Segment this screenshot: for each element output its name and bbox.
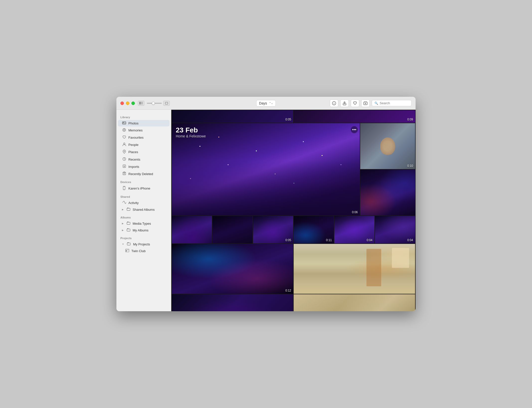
lights-overlay — [360, 170, 415, 215]
duration-badge: 0:09 — [407, 118, 413, 121]
minimize-button[interactable] — [126, 102, 129, 105]
svg-point-12 — [124, 151, 125, 152]
photo-cell-s4[interactable]: 0:11 — [294, 216, 334, 243]
photo-cell-bs1[interactable] — [172, 294, 293, 311]
svg-point-11 — [123, 143, 125, 144]
svg-text:i: i — [334, 102, 335, 105]
svg-rect-0 — [139, 102, 141, 104]
sidebar-item-my-albums[interactable]: ▶ My Albums — [118, 227, 170, 233]
sidebar-item-photos[interactable]: Photos — [118, 120, 170, 126]
sidebar-item-recently-deleted[interactable]: Recently Deleted — [118, 170, 170, 177]
library-section-label: Library — [116, 113, 171, 120]
main-photo[interactable]: 23 Feb Home & Felixstowe ••• 0:06 — [172, 123, 360, 215]
sidebar-item-imports[interactable]: Imports — [118, 163, 170, 170]
photo-cell-s1[interactable] — [172, 216, 212, 243]
twin-club-label: Twin Club — [131, 249, 146, 253]
duration-badge: 0:05 — [285, 118, 291, 121]
main-content: Library Photos M — [116, 110, 416, 311]
search-icon: 🔍 — [374, 102, 378, 105]
photo-cell-bottom-left[interactable]: 0:12 — [172, 244, 293, 294]
sidebar: Library Photos M — [116, 110, 171, 311]
sidebar-item-media-types[interactable]: ▶ Media Types — [118, 220, 170, 227]
shared-albums-icon — [126, 207, 131, 211]
days-label: Days — [259, 101, 267, 105]
close-button[interactable] — [120, 102, 124, 105]
location-text: Home & Felixstowe — [176, 134, 206, 138]
media-types-label: Media Types — [133, 222, 151, 225]
photo-cell-s5[interactable]: 0:04 — [334, 216, 374, 243]
sidebar-item-favourites[interactable]: Favourites — [118, 134, 170, 141]
sidebar-item-memories[interactable]: Memories — [118, 127, 170, 134]
svg-rect-20 — [127, 222, 130, 224]
traffic-lights — [120, 102, 135, 105]
sidebar-item-people[interactable]: People — [118, 141, 170, 148]
photo-cell-bs2[interactable] — [294, 294, 415, 311]
duration-badge: 0:06 — [352, 210, 358, 214]
karens-iphone-label: Karen's iPhone — [128, 187, 150, 190]
top-strip-row: 0:05 0:09 — [172, 110, 415, 123]
devices-section-label: Devices — [116, 178, 171, 185]
fullscreen-button[interactable] — [163, 101, 170, 106]
maximize-button[interactable] — [131, 102, 135, 105]
duration-badge: 0:10 — [407, 164, 413, 168]
shared-albums-label: Shared Albums — [133, 208, 155, 211]
photo-cell-group[interactable] — [360, 170, 415, 215]
people-label: People — [128, 143, 138, 147]
small-photos-row: 0:05 0:11 0:04 0:04 — [172, 216, 415, 243]
sidebar-item-recents[interactable]: Recents — [118, 156, 170, 163]
svg-point-9 — [123, 128, 126, 131]
duration-badge: 0:11 — [326, 238, 332, 242]
shared-albums-chevron: ▶ — [122, 208, 124, 211]
recently-deleted-icon — [122, 172, 126, 176]
window-controls — [120, 101, 170, 106]
share-button[interactable] — [340, 100, 349, 107]
people-icon — [122, 142, 126, 147]
recents-icon — [122, 157, 126, 162]
photo-cell-face[interactable]: 0:10 — [360, 123, 415, 169]
days-picker[interactable]: Days ⌃⌄ — [256, 100, 276, 106]
bottom-strip-row — [172, 294, 415, 311]
zoom-slider[interactable] — [147, 103, 162, 104]
places-icon — [122, 150, 126, 154]
photo-cell-s6[interactable]: 0:04 — [375, 216, 415, 243]
media-types-chevron: ▶ — [122, 222, 124, 225]
my-albums-icon — [126, 228, 131, 232]
sidebar-toggle-button[interactable] — [138, 101, 144, 106]
photo-cell[interactable]: 0:05 — [172, 110, 293, 123]
sidebar-item-my-projects[interactable]: ▼ My Projects — [118, 241, 170, 247]
sidebar-item-karens-iphone[interactable]: Karen's iPhone — [118, 185, 170, 192]
window-extra-buttons — [138, 101, 170, 106]
albums-section-label: Albums — [116, 213, 171, 220]
svg-rect-1 — [141, 102, 143, 104]
favourite-button[interactable] — [351, 100, 359, 107]
photo-cell-s2[interactable] — [212, 216, 253, 243]
photo-cell[interactable]: 0:09 — [294, 110, 415, 123]
memories-icon — [122, 128, 126, 133]
titlebar-center: Days ⌃⌄ — [256, 100, 276, 106]
sidebar-item-activity[interactable]: Activity — [118, 200, 170, 206]
photo-cell-s3[interactable]: 0:05 — [253, 216, 293, 243]
info-button[interactable]: i — [330, 100, 338, 107]
duration-badge: 0:04 — [407, 238, 413, 242]
search-input[interactable] — [380, 101, 409, 105]
date-header: 23 Feb Home & Felixstowe — [176, 126, 206, 138]
svg-rect-25 — [126, 250, 127, 251]
sidebar-item-shared-albums[interactable]: ▶ Shared Albums — [118, 206, 170, 213]
places-label: Places — [128, 150, 138, 154]
duration-badge: 0:04 — [367, 238, 372, 242]
chevron-icon: ⌃⌄ — [269, 102, 273, 104]
right-column: 0:10 — [360, 123, 415, 215]
svg-rect-21 — [127, 229, 130, 231]
duration-badge: 0:12 — [285, 289, 291, 292]
figures-overlay — [172, 160, 360, 215]
my-albums-label: My Albums — [133, 228, 149, 232]
sidebar-item-places[interactable]: Places — [118, 148, 170, 156]
more-options-button[interactable]: ••• — [351, 126, 358, 133]
duration-badge: 0:05 — [285, 238, 291, 242]
media-types-icon — [126, 221, 131, 225]
svg-rect-2 — [165, 102, 168, 104]
photo-cell-bottom-right[interactable] — [294, 244, 415, 294]
sidebar-item-twin-club[interactable]: Twin Club — [118, 248, 170, 254]
my-projects-icon — [127, 242, 131, 246]
add-to-album-button[interactable] — [361, 100, 370, 107]
